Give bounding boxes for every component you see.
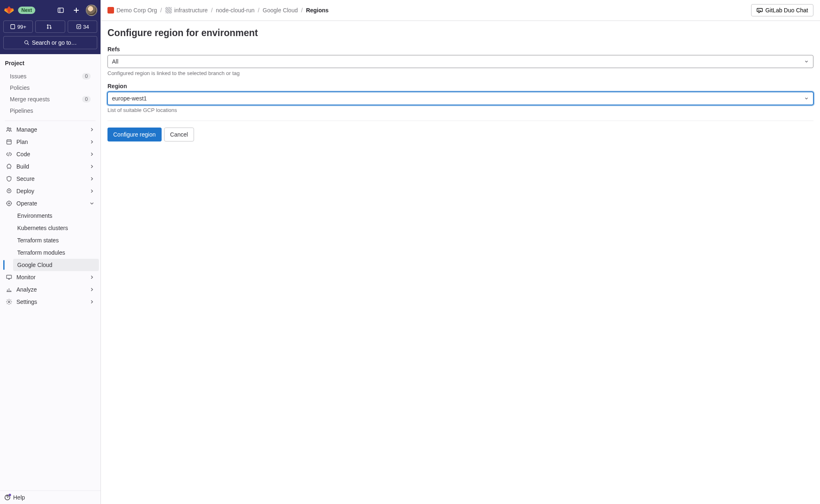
sidebar-subitem-terraform-states[interactable]: Terraform states	[13, 234, 99, 246]
chevron-right-icon	[89, 299, 95, 305]
sidebar-subitem-kubernetes[interactable]: Kubernetes clusters	[13, 222, 99, 234]
deploy-icon	[6, 188, 12, 194]
help-button[interactable]: Help	[0, 490, 101, 504]
breadcrumb-project[interactable]: node-cloud-run	[216, 7, 254, 14]
sidebar-item-label: Terraform modules	[17, 249, 65, 256]
cancel-button[interactable]: Cancel	[164, 128, 194, 141]
svg-rect-17	[7, 275, 11, 278]
configure-region-button[interactable]: Configure region	[107, 128, 162, 141]
svg-point-12	[9, 128, 11, 129]
sidebar-header: Next 99+	[0, 0, 101, 54]
chevron-right-icon	[89, 287, 95, 292]
svg-rect-8	[77, 25, 81, 29]
chevron-right-icon	[89, 164, 95, 169]
todo-icon	[76, 24, 82, 30]
search-button-label: Search or go to…	[32, 39, 77, 46]
user-avatar[interactable]	[86, 5, 97, 16]
sidebar-item-monitor[interactable]: Monitor	[2, 271, 99, 283]
issues-count-button[interactable]: 99+	[3, 21, 33, 33]
sidebar-item-label: Issues	[10, 73, 26, 80]
plan-icon	[6, 139, 12, 145]
region-label: Region	[107, 83, 813, 89]
gitlab-logo-icon[interactable]	[3, 5, 15, 16]
sidebar-section-title: Project	[0, 56, 101, 71]
breadcrumb-label: Regions	[306, 7, 329, 14]
todos-count-button[interactable]: 34	[68, 21, 97, 33]
chevron-down-icon	[89, 201, 95, 206]
next-badge[interactable]: Next	[18, 7, 35, 14]
sidebar-item-deploy[interactable]: Deploy	[2, 185, 99, 197]
sidebar-item-operate[interactable]: Operate	[2, 197, 99, 210]
sidebar-item-label: Pipelines	[10, 107, 33, 114]
sidebar-item-label: Google Cloud	[17, 262, 53, 268]
breadcrumb-section[interactable]: Google Cloud	[263, 7, 298, 14]
sidebar-collapse-button[interactable]	[55, 4, 67, 16]
region-helper: List of suitable GCP locations	[107, 107, 813, 113]
refs-select-value: All	[112, 58, 119, 65]
breadcrumb-separator: /	[160, 7, 162, 14]
sidebar-item-secure[interactable]: Secure	[2, 173, 99, 185]
breadcrumb-label: Google Cloud	[263, 7, 298, 14]
issue-icon	[10, 24, 16, 30]
sidebar-subitem-google-cloud[interactable]: Google Cloud	[13, 259, 99, 271]
users-icon	[6, 126, 12, 133]
svg-point-11	[7, 128, 9, 129]
sidebar-pinned-issues[interactable]: Issues 0	[8, 71, 92, 82]
sidebar-pinned-merge-requests[interactable]: Merge requests 0	[8, 94, 92, 105]
group-avatar-icon	[165, 7, 172, 14]
svg-point-14	[9, 190, 9, 191]
sidebar-item-plan[interactable]: Plan	[2, 136, 99, 148]
refs-helper: Configured region is linked to the selec…	[107, 70, 813, 76]
sidebar-item-build[interactable]: Build	[2, 160, 99, 173]
page-title: Configure region for environment	[107, 27, 813, 39]
sidebar-item-label: Analyze	[16, 286, 85, 293]
sidebar-pinned-pipelines[interactable]: Pipelines	[8, 105, 92, 116]
breadcrumbs: Demo Corp Org / infrastructure / node-cl…	[107, 7, 329, 14]
create-new-button[interactable]	[70, 4, 82, 16]
chevron-right-icon	[89, 188, 95, 194]
sidebar-item-label: Kubernetes clusters	[17, 225, 68, 231]
breadcrumb-separator: /	[301, 7, 303, 14]
operate-icon	[6, 200, 12, 207]
shield-icon	[6, 176, 12, 182]
breadcrumb-label: node-cloud-run	[216, 7, 254, 14]
svg-point-7	[50, 27, 52, 29]
sidebar-item-settings[interactable]: Settings	[2, 296, 99, 308]
sidebar-item-manage[interactable]: Manage	[2, 123, 99, 136]
monitor-icon	[6, 274, 12, 281]
sidebar-subitem-environments[interactable]: Environments	[13, 210, 99, 222]
merge-requests-count-button[interactable]	[35, 21, 65, 33]
sidebar-item-label: Policies	[10, 84, 30, 91]
topbar: Demo Corp Org / infrastructure / node-cl…	[101, 0, 820, 21]
sidebar-item-label: Settings	[16, 299, 85, 305]
pinned-items: Issues 0 Policies Merge requests 0 Pipel…	[5, 71, 96, 121]
search-button[interactable]: Search or go to…	[3, 36, 97, 49]
refs-select[interactable]: All	[107, 55, 813, 68]
code-icon	[6, 151, 12, 157]
sidebar-subitem-terraform-modules[interactable]: Terraform modules	[13, 246, 99, 259]
breadcrumb-org[interactable]: Demo Corp Org	[107, 7, 157, 14]
sidebar-item-analyze[interactable]: Analyze	[2, 283, 99, 296]
duo-chat-button[interactable]: GitLab Duo Chat	[751, 4, 813, 16]
svg-point-15	[7, 201, 11, 206]
region-select[interactable]: europe-west1	[107, 92, 813, 105]
chevron-down-icon	[804, 59, 809, 64]
svg-point-9	[25, 41, 28, 44]
svg-rect-0	[58, 8, 64, 13]
sidebar-item-label: Build	[16, 163, 85, 170]
search-icon	[24, 40, 30, 46]
sidebar-pinned-policies[interactable]: Policies	[8, 82, 92, 94]
issues-badge: 0	[82, 73, 91, 80]
duo-chat-label: GitLab Duo Chat	[765, 7, 808, 14]
sidebar-item-code[interactable]: Code	[2, 148, 99, 160]
chevron-down-icon	[804, 96, 809, 101]
refs-label: Refs	[107, 46, 813, 52]
breadcrumb-group[interactable]: infrastructure	[165, 7, 208, 14]
sidebar-item-label: Monitor	[16, 274, 85, 281]
mr-badge: 0	[82, 96, 91, 103]
issues-count-value: 99+	[17, 24, 26, 30]
breadcrumb-label: infrastructure	[174, 7, 208, 14]
svg-line-10	[27, 43, 29, 45]
svg-rect-13	[7, 140, 11, 144]
svg-rect-4	[11, 25, 15, 29]
